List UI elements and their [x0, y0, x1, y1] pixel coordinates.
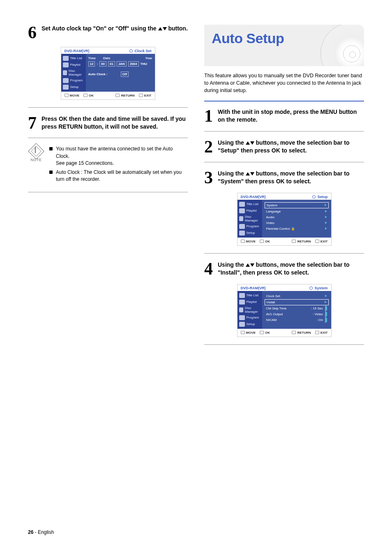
- sidebar-item: Disc Manager: [245, 215, 260, 222]
- sidebar-item: Setup: [247, 231, 255, 235]
- sidebar-item: Title List: [247, 293, 259, 297]
- down-arrow-icon: [250, 141, 254, 145]
- step6-text-b: button.: [167, 25, 188, 32]
- sidebar-item: Playlist: [247, 209, 257, 212]
- sidebar-item: Setup: [70, 85, 79, 89]
- page-number: 26: [28, 529, 33, 535]
- menu-item: CM Skip Time: [266, 307, 287, 310]
- accent-divider: [204, 101, 364, 102]
- step-6: 6 Set Auto clock tap "On" or "Off" using…: [28, 25, 188, 39]
- step-text: Set Auto clock tap "On" or "Off" using t…: [42, 25, 188, 39]
- menu-value: : Video: [313, 312, 323, 316]
- osd-clock-set: DVD-RAM(VR) Clock Set Title List Playlis…: [61, 47, 155, 100]
- note-icon: [28, 143, 44, 160]
- menu-item: NICAM: [266, 318, 277, 322]
- chevron-right-icon: [325, 216, 327, 218]
- up-arrow-icon: [246, 141, 250, 145]
- osd-header: DVD-RAM(VR) Clock Set: [61, 47, 155, 54]
- value-dow: THU: [141, 62, 147, 66]
- sidebar-item: Program: [70, 78, 83, 82]
- step3-text-a: Using the: [218, 170, 246, 177]
- divider: [204, 131, 364, 132]
- disc-manager-icon: [239, 216, 244, 221]
- program-icon: [239, 315, 245, 320]
- note-bullet-2: Auto Clock : The Clock will be automatic…: [56, 169, 188, 183]
- disc-manager-icon: [239, 307, 244, 312]
- divider: [28, 138, 188, 138]
- step-2: 2 Using the buttons, move the selection …: [204, 139, 364, 155]
- step-number: 7: [28, 116, 37, 132]
- auto-clock-value: Off: [121, 72, 129, 77]
- title-list-icon: [239, 202, 245, 207]
- step-4: 4 Using the buttons, move the selection …: [204, 261, 364, 277]
- menu-item: System: [267, 203, 278, 207]
- divider: [28, 192, 188, 192]
- divider: [204, 253, 364, 254]
- menu-item: Clock Set: [266, 294, 280, 298]
- move-key-icon: [65, 94, 69, 97]
- bullet-icon: [49, 147, 53, 150]
- down-arrow-icon: [250, 172, 254, 175]
- exit-key-icon: [315, 240, 319, 243]
- chevron-right-icon: [325, 295, 327, 297]
- exit-key-icon: [139, 94, 143, 97]
- menu-item: Install: [267, 300, 275, 304]
- gear-icon: [129, 49, 133, 53]
- sidebar-item: Program: [247, 316, 259, 319]
- footer-exit: EXIT: [321, 240, 328, 243]
- label-year: Year: [145, 56, 152, 60]
- sidebar-item: Playlist: [247, 300, 257, 304]
- value-day: 01: [108, 61, 115, 67]
- footer-return: RETURN: [121, 94, 134, 97]
- return-key-icon: [292, 240, 296, 243]
- footer-exit: EXIT: [321, 331, 328, 335]
- return-key-icon: [292, 331, 296, 334]
- footer-ok: OK: [89, 94, 94, 97]
- bullet-icon: [49, 171, 53, 174]
- value-hh: 12: [88, 61, 95, 67]
- page-footer: 26 - English: [28, 529, 54, 535]
- menu-item: AV1 Output: [266, 312, 283, 316]
- chevron-right-icon: [325, 301, 327, 303]
- step-number: 1: [204, 109, 213, 125]
- chevron-right-icon: [325, 311, 327, 317]
- step-number: 2: [204, 140, 213, 155]
- footer-move: MOVE: [246, 240, 256, 243]
- chevron-right-icon: [325, 222, 327, 224]
- section-hero: Auto Setup: [204, 25, 364, 66]
- menu-item: Parental Control 🔒: [266, 227, 295, 231]
- osd-title-left: DVD-RAM(VR): [241, 286, 266, 290]
- value-mm: 00: [99, 61, 106, 67]
- sidebar-item: Title List: [247, 202, 259, 206]
- setup-icon: [63, 85, 69, 90]
- step-text: Using the buttons, move the selection ba…: [218, 170, 364, 185]
- note-block: NOTE You must have the antenna connected…: [28, 145, 188, 185]
- step-number: 3: [204, 171, 213, 186]
- up-arrow-icon: [246, 263, 250, 267]
- footer-return: RETURN: [297, 331, 311, 335]
- move-key-icon: [241, 331, 245, 334]
- title-list-icon: [63, 56, 69, 61]
- value-year: 2004: [128, 61, 139, 67]
- ok-key-icon: [260, 240, 264, 243]
- disc-manager-icon: [63, 70, 67, 75]
- program-icon: [239, 224, 245, 229]
- osd-system: DVD-RAM(VR) System Title List Playlist D…: [237, 284, 332, 337]
- step-3: 3 Using the buttons, move the selection …: [204, 170, 364, 185]
- osd-main: Time Date Year 12 : 00 01 JAN 2004 THU: [86, 54, 155, 92]
- osd-title-right: Setup: [317, 195, 327, 199]
- step-text: With the unit in stop mode, press the ME…: [218, 108, 364, 124]
- playlist-icon: [63, 62, 69, 67]
- step-text: Using the buttons, move the selection ba…: [218, 139, 364, 155]
- down-arrow-icon: [163, 27, 167, 30]
- step-number: 6: [28, 25, 37, 40]
- note-list: You must have the antenna connected to s…: [49, 145, 188, 185]
- osd-title-right: System: [314, 286, 327, 290]
- return-key-icon: [115, 94, 120, 97]
- ok-key-icon: [83, 94, 88, 97]
- step4-text-a: Using the: [218, 261, 246, 268]
- sidebar-item: Setup: [247, 322, 255, 326]
- intro-text: This feature allows you to manually set …: [204, 72, 364, 94]
- chevron-right-icon: [325, 317, 327, 323]
- step-7: 7 Press OK then the date and time will b…: [28, 115, 188, 131]
